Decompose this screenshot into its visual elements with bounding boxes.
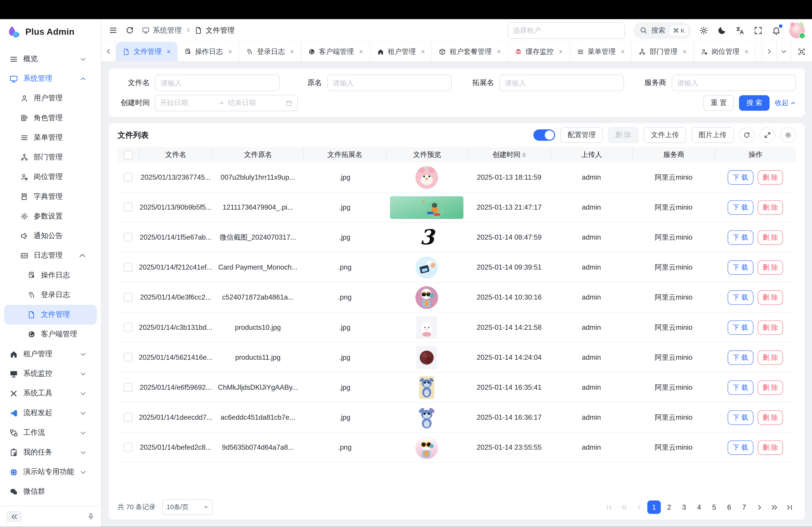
page-2-button[interactable]: 2: [662, 501, 676, 514]
tabs-scroll-left-button[interactable]: [102, 42, 116, 61]
column-header[interactable]: 上传人: [551, 147, 633, 163]
page-5-button[interactable]: 5: [707, 501, 721, 514]
delete-row-button[interactable]: 删 除: [757, 320, 783, 335]
first-page-button[interactable]: [602, 501, 616, 514]
sidebar-item-wechat[interactable]: 微信群: [4, 482, 97, 501]
sidebar-item-flowstart[interactable]: 流程发起: [4, 403, 97, 423]
delete-row-button[interactable]: 删 除: [757, 410, 783, 425]
preview-image-stitch-beige[interactable]: [419, 376, 435, 399]
download-button[interactable]: 下 载: [728, 260, 753, 275]
file-upload-button[interactable]: 文件上传: [644, 127, 686, 143]
tab-租户套餐管理[interactable]: 租户套餐管理×: [432, 42, 508, 61]
row-checkbox[interactable]: [124, 323, 133, 332]
download-button[interactable]: 下 载: [728, 350, 753, 365]
delete-row-button[interactable]: 删 除: [757, 440, 783, 455]
bell-icon[interactable]: [772, 26, 781, 35]
preview-image-pink-character[interactable]: [416, 166, 438, 189]
row-checkbox[interactable]: [124, 173, 133, 182]
row-checkbox[interactable]: [124, 413, 133, 422]
file-name-input[interactable]: [155, 75, 279, 91]
page-size-select[interactable]: 10条/页: [162, 499, 213, 515]
breadcrumb-item-files[interactable]: 文件管理: [195, 26, 235, 35]
refresh-table-button[interactable]: [739, 127, 754, 143]
user-avatar[interactable]: [789, 23, 805, 38]
extension-input[interactable]: [499, 75, 624, 91]
download-button[interactable]: 下 载: [728, 320, 753, 335]
column-header[interactable]: 文件名: [140, 147, 213, 163]
close-icon[interactable]: ×: [497, 48, 501, 55]
row-checkbox[interactable]: [124, 383, 133, 392]
tab-操作日志[interactable]: 操作日志×: [177, 42, 240, 61]
sidebar-item-user[interactable]: 用户管理: [4, 89, 97, 108]
download-button[interactable]: 下 载: [728, 410, 753, 425]
date-range-input[interactable]: 开始日期 结束日期: [155, 95, 298, 111]
fullscreen-icon[interactable]: [754, 26, 763, 35]
page-7-button[interactable]: 7: [737, 501, 751, 514]
prev-page-button[interactable]: [632, 501, 646, 514]
delete-row-button[interactable]: 删 除: [757, 380, 783, 395]
gear-icon[interactable]: [699, 26, 708, 35]
next-page-button[interactable]: [752, 501, 766, 514]
sidebar-item-client[interactable]: 客户端管理: [4, 325, 97, 344]
sidebar-item-oplog[interactable]: 操作日志: [4, 266, 97, 285]
column-header[interactable]: 服务商: [633, 147, 715, 163]
delete-row-button[interactable]: 删 除: [757, 290, 783, 305]
download-button[interactable]: 下 载: [728, 230, 753, 244]
breadcrumb-item-system[interactable]: 系统管理: [142, 26, 182, 35]
sidebar-item-menu[interactable]: 菜单管理: [4, 128, 97, 148]
sidebar-item-gear[interactable]: 参数设置: [4, 207, 97, 226]
page-4-button[interactable]: 4: [693, 501, 706, 514]
tab-登录日志[interactable]: 登录日志×: [239, 42, 301, 61]
sidebar-item-notice[interactable]: 通知公告: [4, 226, 97, 246]
reset-button[interactable]: 重 置: [704, 95, 734, 111]
sidebar-item-log[interactable]: 日志管理: [4, 246, 97, 266]
preview-image-cat-figurine[interactable]: [417, 316, 437, 339]
sidebar-item-tools[interactable]: 系统工具: [4, 383, 97, 403]
delete-row-button[interactable]: 删 除: [757, 170, 783, 185]
preview-image-stitch-white[interactable]: [416, 406, 438, 429]
tab-缓存监控[interactable]: 缓存监控×: [508, 42, 570, 61]
sidebar-item-loginlog[interactable]: 登录日志: [4, 285, 97, 305]
tab-租户管理[interactable]: 租户管理×: [370, 42, 432, 61]
close-icon[interactable]: ×: [621, 48, 625, 55]
close-icon[interactable]: ×: [290, 48, 294, 55]
sidebar-item-dept[interactable]: 部门管理: [4, 148, 97, 167]
global-search-button[interactable]: 搜索 ⌘ K: [633, 22, 691, 39]
sidebar-item-monitor2[interactable]: 系统监控: [4, 364, 97, 383]
sort-icon[interactable]: [522, 152, 526, 158]
download-button[interactable]: 下 载: [728, 290, 753, 305]
row-checkbox[interactable]: [124, 353, 133, 362]
sidebar-item-file[interactable]: 文件管理: [4, 305, 97, 325]
moon-icon[interactable]: [717, 26, 726, 35]
column-header[interactable]: 文件预览: [386, 147, 468, 163]
preview-image-calligraphy-3[interactable]: 3: [416, 226, 438, 249]
sidebar-item-monitor[interactable]: 系统管理: [4, 69, 97, 89]
close-icon[interactable]: ×: [228, 48, 232, 55]
close-icon[interactable]: ×: [683, 48, 686, 55]
sidebar-item-role[interactable]: 角色管理: [4, 108, 97, 128]
column-header[interactable]: 文件拓展名: [304, 147, 386, 163]
preview-image-green-banner[interactable]: [390, 196, 464, 219]
delete-row-button[interactable]: 删 除: [757, 260, 783, 275]
last-page-button[interactable]: [782, 501, 796, 514]
select-all-checkbox[interactable]: [124, 151, 133, 160]
page-1-button[interactable]: 1: [647, 501, 661, 514]
original-name-input[interactable]: [327, 75, 452, 91]
row-checkbox[interactable]: [124, 293, 133, 302]
column-header[interactable]: 操作: [715, 147, 796, 163]
row-checkbox[interactable]: [124, 233, 133, 242]
refresh-icon[interactable]: [126, 26, 134, 35]
collapse-filters-link[interactable]: 收起: [775, 99, 796, 108]
sidebar-item-tasks[interactable]: 我的任务: [4, 443, 97, 462]
tab-岗位管理[interactable]: 岗位管理×: [694, 42, 756, 61]
sidebar-item-lines3[interactable]: 概览: [4, 49, 97, 69]
search-button[interactable]: 搜 索: [739, 95, 770, 111]
config-manage-button[interactable]: 配置管理: [561, 127, 603, 143]
sidebar-item-demo[interactable]: 演示站专用功能: [4, 462, 97, 482]
close-icon[interactable]: ×: [559, 48, 563, 55]
close-icon[interactable]: ×: [167, 48, 171, 55]
download-button[interactable]: 下 载: [728, 200, 753, 215]
row-checkbox[interactable]: [124, 203, 133, 212]
preview-image-card-payment[interactable]: [416, 256, 438, 279]
tab-客户端管理[interactable]: 客户端管理×: [301, 42, 371, 61]
